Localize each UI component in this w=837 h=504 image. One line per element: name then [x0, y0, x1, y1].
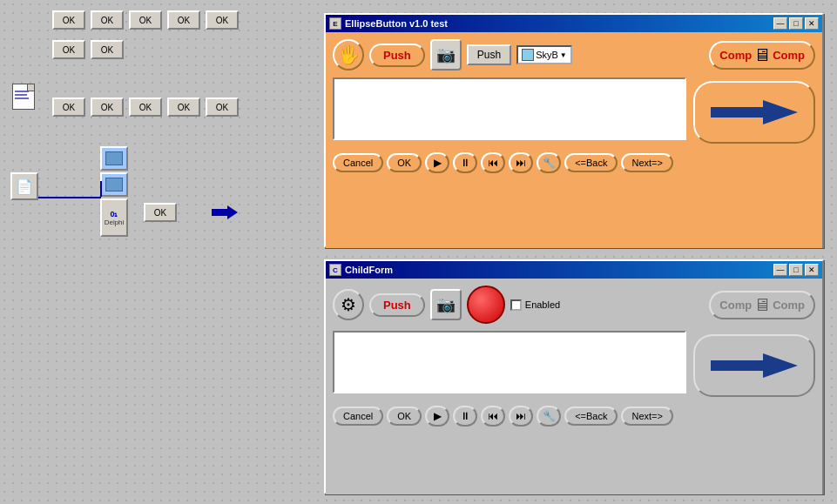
window1-body: 🖐 Push 📷 Push SkyB ▼ C	[326, 32, 822, 248]
next-btn-1[interactable]: Next=>	[621, 153, 672, 172]
window1-title: EllipseButton v1.0 test	[345, 18, 448, 29]
flow-ok-inner[interactable]: OK	[144, 203, 177, 222]
flow-doc-icon: 📄	[10, 172, 38, 200]
ok-btn-r3c5[interactable]: OK	[206, 97, 239, 117]
camera-btn-1[interactable]: 📷	[430, 39, 462, 71]
window2-maximize[interactable]: □	[789, 264, 803, 276]
play-icon-1: ▶	[434, 157, 442, 169]
wrench-icon-1: 🔧	[543, 157, 556, 169]
skip-back-btn-2[interactable]: ⏮	[481, 406, 505, 427]
window1-toolbar: 🖐 Push 📷 Push SkyB ▼ C	[333, 39, 815, 71]
flow-box-1[interactable]	[100, 146, 128, 171]
comp-label-4: Comp	[773, 299, 805, 312]
push-btn-1[interactable]: Push	[369, 44, 425, 67]
comp-icon-2: 🖥	[753, 295, 771, 315]
wrench-btn-1[interactable]: 🔧	[537, 152, 561, 173]
play-btn-1[interactable]: ▶	[425, 152, 449, 173]
ok-btn-r1c4[interactable]: OK	[167, 10, 200, 30]
back-btn-1[interactable]: <=Back	[564, 153, 618, 172]
window1-titlebar[interactable]: E EllipseButton v1.0 test — □ ✕	[326, 15, 822, 32]
play-btn-2[interactable]: ▶	[425, 406, 449, 427]
flow-box-2[interactable]	[100, 172, 128, 197]
window1-arrow-btn[interactable]	[693, 81, 815, 144]
window1-textbox[interactable]	[333, 77, 686, 140]
window2-arrow-btn[interactable]	[693, 334, 815, 397]
sky-dropdown[interactable]: SkyB ▼	[516, 45, 572, 64]
button-grid-row2: OK OK	[52, 40, 124, 59]
skip-fwd-btn-1[interactable]: ⏭	[509, 152, 533, 173]
ok-btn-w2[interactable]: OK	[387, 407, 422, 426]
skip-back-btn-1[interactable]: ⏮	[481, 152, 505, 173]
window1: E EllipseButton v1.0 test — □ ✕ 🖐 Push 📷	[324, 13, 824, 248]
skip-fwd-btn-2[interactable]: ⏭	[509, 406, 533, 427]
window2-toolbar: ⚙ Push 📷 Enabled Comp 🖥 Comp	[333, 286, 815, 324]
enabled-label: Enabled	[525, 299, 560, 310]
enabled-checkbox[interactable]	[510, 299, 522, 311]
red-circle-btn[interactable]	[467, 286, 505, 324]
window1-bottom: Cancel OK ▶ ⏸ ⏮ ⏭ 🔧 <=Back Next=>	[333, 152, 815, 173]
gear-icon-2: ⚙	[341, 294, 356, 315]
ok-btn-w1[interactable]: OK	[387, 153, 422, 172]
window1-maximize[interactable]: □	[789, 17, 803, 30]
comp-label-3: Comp	[719, 299, 752, 312]
ok-btn-r1c2[interactable]: OK	[91, 10, 124, 30]
button-grid-row3: OK OK OK OK OK	[52, 97, 239, 117]
ok-btn-r3c3[interactable]: OK	[129, 97, 162, 117]
gear-hand-icon: 🖐	[338, 44, 360, 65]
skip-back-icon-1: ⏮	[488, 157, 498, 169]
skip-fwd-icon-1: ⏭	[516, 157, 526, 169]
skip-fwd-icon-2: ⏭	[516, 410, 526, 422]
pause-icon-1: ⏸	[460, 157, 470, 169]
window2-controls: — □ ✕	[773, 264, 819, 276]
window2-body: ⚙ Push 📷 Enabled Comp 🖥 Comp	[326, 279, 822, 494]
camera-icon-2: 📷	[436, 295, 456, 314]
window2-titlebar[interactable]: C ChildForm — □ ✕	[326, 261, 822, 279]
document-icon	[12, 84, 40, 115]
comp-icon-1: 🖥	[753, 45, 771, 65]
window1-title-icon: E	[329, 17, 341, 30]
ok-btn-r3c1[interactable]: OK	[52, 97, 85, 117]
ok-btn-r3c4[interactable]: OK	[167, 97, 200, 117]
button-grid-row1: OK OK OK OK OK	[52, 10, 239, 30]
camera-btn-2[interactable]: 📷	[430, 289, 462, 320]
comp-area-2[interactable]: Comp 🖥 Comp	[709, 291, 815, 319]
gear-btn-2[interactable]: ⚙	[333, 289, 364, 320]
gear-hand-btn[interactable]: 🖐	[333, 39, 364, 71]
comp-label-1: Comp	[719, 49, 752, 62]
wrench-icon-2: 🔧	[543, 410, 556, 422]
flow-area: 📄 OK 0₁ Delphi	[0, 146, 314, 259]
ok-btn-r1c5[interactable]: OK	[206, 10, 239, 30]
flow-arrow-icon	[209, 200, 240, 225]
flow-delphi-icon: 0₁ Delphi	[100, 198, 128, 237]
back-btn-2[interactable]: <=Back	[564, 407, 618, 426]
ok-btn-r2c1[interactable]: OK	[52, 40, 85, 59]
dropdown-icon	[522, 49, 534, 61]
wrench-btn-2[interactable]: 🔧	[537, 406, 561, 427]
window1-controls: — □ ✕	[773, 17, 819, 30]
window2-minimize[interactable]: —	[773, 264, 787, 276]
flow-ok-btn[interactable]: OK	[144, 203, 177, 222]
comp-label-2: Comp	[773, 49, 805, 62]
cancel-btn-2[interactable]: Cancel	[333, 407, 383, 426]
window2-title: ChildForm	[345, 265, 393, 275]
push-btn-3[interactable]: Push	[369, 293, 425, 317]
camera-icon-1: 📷	[436, 45, 456, 64]
window1-minimize[interactable]: —	[773, 17, 787, 30]
window2-textbox[interactable]	[333, 331, 686, 393]
ok-btn-r1c1[interactable]: OK	[52, 10, 85, 30]
next-btn-2[interactable]: Next=>	[621, 407, 672, 426]
ok-btn-r3c2[interactable]: OK	[91, 97, 124, 117]
pause-btn-1[interactable]: ⏸	[453, 152, 477, 173]
ok-btn-r2c2[interactable]: OK	[91, 40, 124, 59]
comp-area-1[interactable]: Comp 🖥 Comp	[709, 41, 815, 70]
window2-close[interactable]: ✕	[805, 264, 819, 276]
enabled-checkbox-label[interactable]: Enabled	[510, 299, 560, 311]
play-icon-2: ▶	[434, 410, 442, 422]
skip-back-icon-2: ⏮	[488, 410, 498, 422]
pause-btn-2[interactable]: ⏸	[453, 406, 477, 427]
ok-btn-r1c3[interactable]: OK	[129, 10, 162, 30]
window1-close[interactable]: ✕	[805, 17, 819, 30]
push-btn-2[interactable]: Push	[467, 44, 511, 65]
window2: C ChildForm — □ ✕ ⚙ Push 📷	[324, 259, 824, 494]
cancel-btn-1[interactable]: Cancel	[333, 153, 383, 172]
